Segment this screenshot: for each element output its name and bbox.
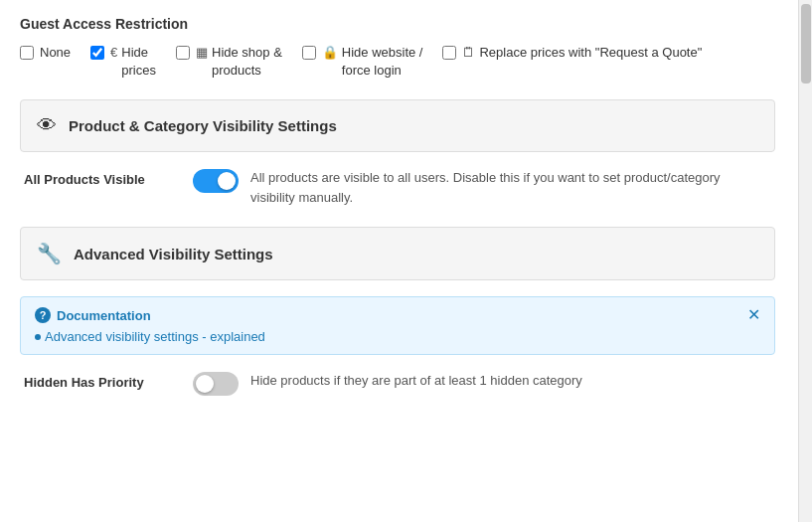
hidden-has-priority-row: Hidden Has Priority Hide products if the… [24,371,771,396]
eye-icon: 👁 [37,114,57,137]
doc-box-header: ? Documentation ✕ [35,307,760,323]
option-none-label: None [40,44,71,62]
product-visibility-settings: All Products Visible All products are vi… [20,168,775,207]
product-visibility-title: Product & Category Visibility Settings [69,117,337,134]
option-replace-prices[interactable]: 🗒 Replace prices with "Request a Quote" [442,44,702,62]
all-products-visible-row: All Products Visible All products are vi… [24,168,771,207]
dot-icon [35,334,41,340]
wrench-icon: 🔧 [37,242,62,265]
hidden-priority-description: Hide products if they are part of at lea… [250,371,582,391]
advanced-visibility-title: Advanced Visibility Settings [74,246,273,262]
advanced-visibility-settings: Hidden Has Priority Hide products if the… [20,371,775,396]
doc-close-button[interactable]: ✕ [747,307,760,323]
checkbox-hide-website[interactable] [302,46,316,60]
hidden-priority-toggle[interactable] [193,372,239,396]
hidden-priority-control: Hide products if they are part of at lea… [193,371,582,396]
all-products-label: All Products Visible [24,168,173,187]
checkbox-hide-shop[interactable] [176,46,190,60]
option-hide-website[interactable]: 🔒 Hide website /force login [302,44,423,80]
options-row: None € Hideprices ▦ Hide shop &products [20,44,775,80]
option-none[interactable]: None [20,44,71,62]
advanced-visibility-panel: 🔧 Advanced Visibility Settings [20,227,775,280]
guest-access-section: Guest Access Restriction None € Hidepric… [20,16,775,80]
option-hide-shop[interactable]: ▦ Hide shop &products [176,44,282,80]
question-icon: ? [35,307,51,323]
checkbox-replace-prices[interactable] [442,46,456,60]
doc-link[interactable]: Advanced visibility settings - explained [35,329,760,344]
all-products-control: All products are visible to all users. D… [193,168,728,207]
product-visibility-panel: 👁 Product & Category Visibility Settings [20,99,775,152]
all-products-toggle[interactable] [193,169,239,193]
shop-icon: ▦ [196,44,208,62]
toggle-thumb-on [218,172,236,190]
lock-icon: 🔒 [322,44,338,62]
scrollbar[interactable] [798,0,812,522]
option-hide-prices[interactable]: € Hideprices [90,44,156,80]
doc-title: ? Documentation [35,307,151,323]
checkbox-hide-prices[interactable] [90,46,104,60]
option-hide-prices-label: Hideprices [121,44,156,80]
option-hide-website-label: Hide website /force login [342,44,423,80]
documentation-box: ? Documentation ✕ Advanced visibility se… [20,296,775,355]
guest-access-title: Guest Access Restriction [20,16,775,32]
scrollbar-thumb[interactable] [801,4,811,84]
euro-icon: € [110,44,117,62]
checkbox-none[interactable] [20,46,34,60]
option-replace-prices-label: Replace prices with "Request a Quote" [479,44,702,62]
quote-icon: 🗒 [462,44,475,62]
hidden-priority-label: Hidden Has Priority [24,371,173,390]
all-products-description: All products are visible to all users. D… [250,168,728,207]
option-hide-shop-label: Hide shop &products [212,44,282,80]
